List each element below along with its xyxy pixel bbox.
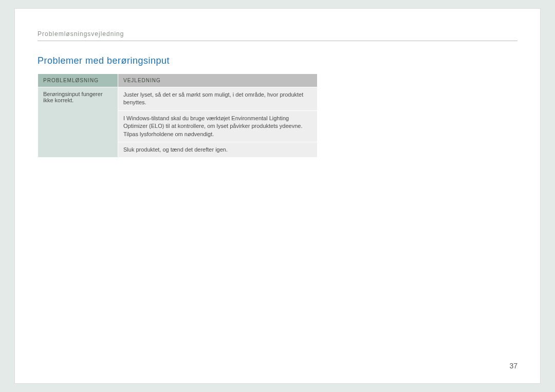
troubleshooting-table: PROBLEMLØSNING VEJLEDNING Berøringsinput… [38,73,318,158]
guide-cell: Sluk produktet, og tænd det derefter ige… [118,142,318,157]
document-page: Problemløsningsvejledning Problemer med … [14,8,541,384]
page-number: 37 [509,362,517,370]
divider [38,41,517,41]
chapter-label: Problemløsningsvejledning [38,30,517,41]
table-header-guide: VEJLEDNING [118,74,318,87]
section-title: Problemer med berøringsinput [38,55,517,66]
guide-cell: I Windows-tilstand skal du bruge værktøj… [118,110,318,142]
table-header-problem: PROBLEMLØSNING [38,74,118,87]
guide-cell: Juster lyset, så det er så mørkt som mul… [118,87,318,111]
table-row: Berøringsinput fungerer ikke korrekt. Ju… [38,87,318,111]
problem-cell: Berøringsinput fungerer ikke korrekt. [38,87,118,158]
